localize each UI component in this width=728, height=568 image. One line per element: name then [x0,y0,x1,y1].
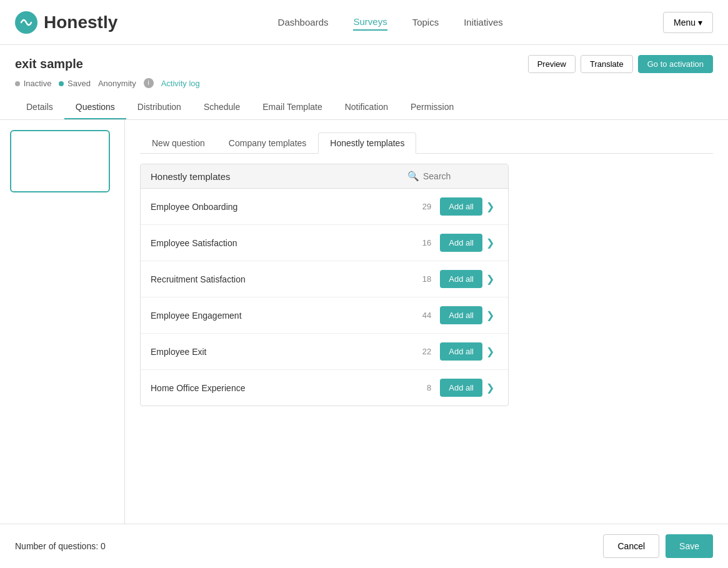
footer-buttons: Cancel Save [603,534,713,558]
logo-area: Honestly [15,11,117,34]
subtabs: New question Company templates Honestly … [140,132,713,154]
nav-topics[interactable]: Topics [412,14,439,30]
main-content: Add question New question Company templa… [0,120,728,557]
template-name-5: Home Office Experience [151,383,427,393]
template-count-5: 8 [427,383,431,392]
subtab-honestly-templates[interactable]: Honestly templates [318,132,416,154]
preview-button[interactable]: Preview [528,55,576,73]
nav-initiatives[interactable]: Initiatives [464,14,503,30]
cancel-button[interactable]: Cancel [603,534,659,558]
logo-text: Honestly [44,12,117,32]
template-row: Home Office Experience 8 Add all ❯ [141,370,508,406]
expand-button-4[interactable]: ❯ [482,343,498,360]
templates-panel-title: Honestly templates [151,171,231,182]
inactive-status: Inactive [15,79,51,88]
subtab-new-question[interactable]: New question [140,132,217,154]
template-row: Employee Satisfaction 16 Add all ❯ [141,225,508,261]
tab-distribution[interactable]: Distribution [126,96,192,119]
search-area: 🔍 [407,171,498,182]
anonymity-info-icon[interactable]: i [144,78,154,88]
left-panel: Add question [0,120,125,557]
tab-email-template[interactable]: Email Template [251,96,333,119]
expand-button-3[interactable]: ❯ [482,307,498,324]
add-all-button-5[interactable]: Add all [440,379,482,397]
expand-button-2[interactable]: ❯ [482,271,498,287]
tab-permission[interactable]: Permission [399,96,465,119]
template-name-3: Employee Engagement [151,311,422,321]
template-count-3: 44 [422,311,431,320]
add-all-button-2[interactable]: Add all [440,270,482,288]
add-all-button-4[interactable]: Add all [440,342,482,361]
add-all-button-0[interactable]: Add all [440,197,482,216]
search-input[interactable] [423,171,498,181]
questions-count: Number of questions: 0 [15,541,106,551]
template-count-0: 29 [422,202,431,211]
expand-button-5[interactable]: ❯ [482,379,498,396]
anonymity-label: Anonymity [98,79,136,88]
nav-dashboards[interactable]: Dashboards [278,14,329,30]
template-count-4: 22 [422,347,431,356]
templates-header: Honestly templates 🔍 [141,164,508,189]
main-nav: Dashboards Surveys Topics Initiatives [278,14,503,31]
add-all-button-3[interactable]: Add all [440,306,482,324]
template-name-4: Employee Exit [151,347,422,357]
add-all-button-1[interactable]: Add all [440,234,482,252]
search-icon: 🔍 [407,171,419,182]
tab-questions[interactable]: Questions [64,96,126,119]
logo-icon [15,11,37,34]
go-to-activation-button[interactable]: Go to activation [638,55,713,73]
tab-schedule[interactable]: Schedule [192,96,251,119]
inactive-dot [15,81,20,86]
save-button[interactable]: Save [666,534,713,558]
expand-button-0[interactable]: ❯ [482,198,498,215]
activity-log-link[interactable]: Activity log [161,79,200,88]
right-panel: New question Company templates Honestly … [125,120,728,557]
survey-actions: Preview Translate Go to activation [528,55,713,73]
survey-title-row: exit sample Preview Translate Go to acti… [15,55,713,73]
template-name-1: Employee Satisfaction [151,238,422,248]
tab-notification[interactable]: Notification [334,96,399,119]
expand-button-1[interactable]: ❯ [482,234,498,251]
survey-header: exit sample Preview Translate Go to acti… [0,45,728,120]
template-list: Employee Onboarding 29 Add all ❯ Employe… [141,189,508,406]
template-row: Recruitment Satisfaction 18 Add all ❯ [141,261,508,297]
tab-details[interactable]: Details [15,96,64,119]
question-preview-box [10,130,114,202]
template-count-1: 16 [422,238,431,247]
survey-meta: Inactive Saved Anonymity i Activity log [15,78,713,88]
nav-surveys[interactable]: Surveys [353,14,387,31]
subtab-company-templates[interactable]: Company templates [217,132,319,154]
template-name-0: Employee Onboarding [151,202,422,212]
footer: Number of questions: 0 Cancel Save [0,524,728,568]
menu-button[interactable]: Menu ▾ [663,12,713,33]
template-row: Employee Engagement 44 Add all ❯ [141,297,508,334]
saved-status: Saved [59,79,91,88]
template-count-2: 18 [422,274,431,284]
template-name-2: Recruitment Satisfaction [151,274,422,284]
translate-button[interactable]: Translate [581,55,633,73]
app-header: Honestly Dashboards Surveys Topics Initi… [0,0,728,45]
templates-box: Honestly templates 🔍 Employee Onboarding… [140,164,509,406]
survey-tabs: Details Questions Distribution Schedule … [15,96,713,119]
template-row: Employee Exit 22 Add all ❯ [141,334,508,370]
saved-dot [59,81,64,86]
template-row: Employee Onboarding 29 Add all ❯ [141,189,508,225]
survey-title: exit sample [15,57,83,71]
